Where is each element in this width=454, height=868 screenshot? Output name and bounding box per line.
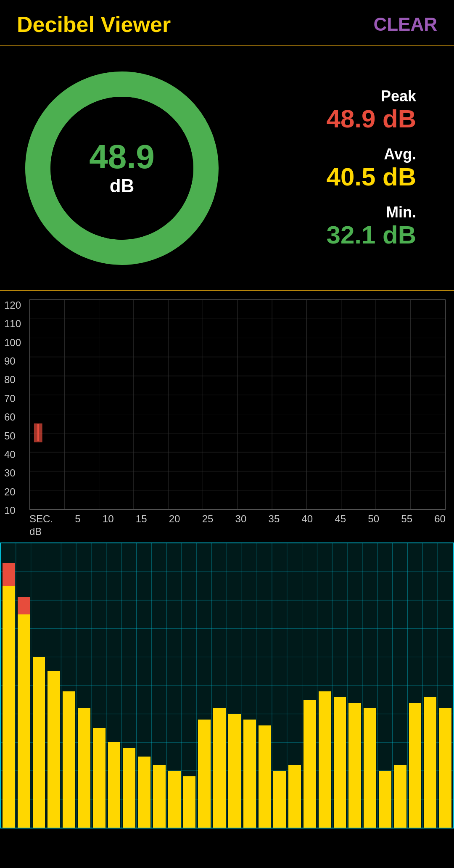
- x-axis-labels: SEC. 5 10 15 20 25 30 35 40 45 50 55 60: [29, 510, 446, 525]
- x-label: 45: [335, 513, 346, 525]
- spectrum-bar-group: [63, 543, 75, 828]
- gauge-text: 48.9 dB: [89, 140, 155, 196]
- bar-main: [153, 765, 166, 828]
- spectrum-bar-group: [319, 543, 331, 828]
- bar-main: [259, 725, 271, 828]
- bar-main: [348, 703, 361, 828]
- y-label: 40: [4, 449, 21, 460]
- bar-main: [424, 697, 436, 828]
- avg-label: Avg.: [327, 146, 416, 163]
- bar-main: [138, 757, 150, 828]
- bar-main: [243, 720, 256, 828]
- bar-main: [364, 708, 376, 828]
- bar-main: [228, 714, 241, 828]
- spectrum-bar-group: [273, 543, 286, 828]
- min-stat: Min. 32.1 dB: [327, 204, 416, 249]
- y-label: 60: [4, 411, 21, 423]
- avg-stat: Avg. 40.5 dB: [327, 146, 416, 191]
- spectrum-bar-group: [379, 543, 391, 828]
- stats-panel: Peak 48.9 dB Avg. 40.5 dB Min. 32.1 dB: [327, 87, 420, 249]
- gauge-section: 48.9 dB Peak 48.9 dB Avg. 40.5 dB Min. 3…: [0, 46, 454, 290]
- y-label: 30: [4, 467, 21, 479]
- x-label: 25: [202, 513, 214, 525]
- spectrum-bar-group: [138, 543, 150, 828]
- x-label: SEC.: [29, 513, 53, 525]
- bar-top: [3, 563, 15, 586]
- x-label: 10: [103, 513, 114, 525]
- line-chart-section: 120 110 100 90 80 70 60 50 40 30 20 10: [0, 291, 454, 542]
- x-label: 35: [269, 513, 280, 525]
- app-header: Decibel Viewer CLEAR: [0, 0, 454, 46]
- spectrum-bar-group: [213, 543, 226, 828]
- bar-main: [63, 691, 75, 828]
- min-label: Min.: [327, 204, 416, 221]
- peak-stat: Peak 48.9 dB: [327, 87, 416, 133]
- bar-main: [394, 765, 406, 828]
- spectrum-section: [0, 542, 454, 828]
- spectrum-bar-group: [153, 543, 166, 828]
- y-label: 80: [4, 374, 21, 386]
- bar-main: [18, 614, 30, 828]
- bar-main: [439, 708, 451, 828]
- bar-main: [123, 748, 135, 828]
- y-label: 90: [4, 355, 21, 367]
- spectrum-bar-group: [259, 543, 271, 828]
- spectrum-bar-group: [424, 543, 436, 828]
- bar-main: [183, 776, 196, 828]
- bar-main: [93, 728, 106, 828]
- bar-main: [108, 742, 121, 828]
- y-label: 120: [4, 299, 21, 311]
- y-label: 20: [4, 486, 21, 498]
- x-label: 30: [235, 513, 247, 525]
- y-label: 100: [4, 337, 21, 349]
- line-chart-svg: [30, 300, 445, 509]
- x-label: 50: [368, 513, 379, 525]
- spectrum-bar-group: [48, 543, 60, 828]
- spectrum-bar-group: [348, 543, 361, 828]
- spectrum-bar-group: [394, 543, 406, 828]
- spectrum-bar-group: [168, 543, 181, 828]
- spectrum-bar-group: [439, 543, 451, 828]
- y-label: 10: [4, 505, 21, 516]
- line-chart-area: [29, 299, 446, 510]
- spectrum-bar-group: [108, 543, 121, 828]
- clear-button[interactable]: CLEAR: [373, 14, 437, 35]
- x-label: 5: [75, 513, 80, 525]
- x-label: 40: [301, 513, 313, 525]
- spectrum-bar-group: [33, 543, 45, 828]
- spectrum-bar-group: [334, 543, 346, 828]
- bar-main: [379, 771, 391, 828]
- spectrum-bar-group: [183, 543, 196, 828]
- spectrum-bar-group: [123, 543, 135, 828]
- bar-main: [33, 657, 45, 828]
- peak-value: 48.9 dB: [327, 105, 416, 133]
- spectrum-bar-group: [78, 543, 90, 828]
- spectrum-bar-group: [198, 543, 211, 828]
- spectrum-bar-group: [3, 543, 15, 828]
- peak-label: Peak: [327, 87, 416, 105]
- y-axis-labels: 120 110 100 90 80 70 60 50 40 30 20 10: [4, 299, 21, 516]
- spectrum-bar-group: [288, 543, 301, 828]
- bar-main: [213, 708, 226, 828]
- x-label: 15: [136, 513, 147, 525]
- gauge-unit: dB: [89, 175, 155, 196]
- avg-value: 40.5 dB: [327, 163, 416, 191]
- spectrum-bar-group: [409, 543, 422, 828]
- spectrum-bar-group: [304, 543, 316, 828]
- x-label: 60: [434, 513, 446, 525]
- bar-main: [304, 700, 316, 828]
- bar-top: [18, 597, 30, 614]
- bar-main: [273, 771, 286, 828]
- bar-main: [319, 691, 331, 828]
- spectrum-bar-group: [243, 543, 256, 828]
- x-label: 20: [169, 513, 180, 525]
- y-label: 110: [4, 318, 21, 330]
- bar-main: [334, 697, 346, 828]
- bar-main: [3, 586, 15, 828]
- spectrum-bar-group: [364, 543, 376, 828]
- spectrum-bar-group: [93, 543, 106, 828]
- bar-main: [168, 771, 181, 828]
- x-label: 55: [401, 513, 412, 525]
- spectrum-chart: [0, 542, 454, 828]
- y-label: 70: [4, 393, 21, 405]
